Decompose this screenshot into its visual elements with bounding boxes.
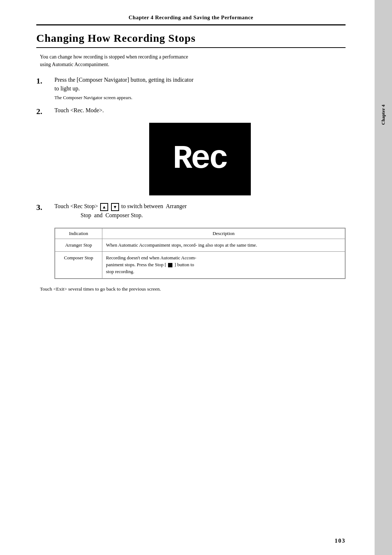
step-1-text: Press the [Composer Navigator] button, g… bbox=[54, 76, 346, 93]
page-number: 103 bbox=[335, 538, 346, 544]
step-3-number: 3. bbox=[36, 202, 54, 212]
table-cell-composer-description: Recording doesn't end when Automatic Acc… bbox=[102, 252, 345, 279]
page-title: Changing How Recording Stops bbox=[36, 32, 346, 48]
step-3: 3. Touch <Rec Stop> ▲ ▼ to switch betwee… bbox=[36, 202, 346, 221]
chapter-divider bbox=[36, 24, 346, 25]
intro-text: You can change how recording is stopped … bbox=[40, 53, 346, 68]
step-2: 2. Touch <Rec. Mode>. bbox=[36, 106, 346, 116]
down-arrow-icon: ▼ bbox=[111, 203, 119, 211]
table-row-composer: Composer Stop Recording doesn't end when… bbox=[55, 252, 345, 279]
table-cell-arranger-indication: Arranger Stop bbox=[55, 239, 102, 252]
step-3-text: Touch <Rec Stop> ▲ ▼ to switch between A… bbox=[54, 202, 346, 219]
step-1-sub: The Composer Navigator screen appears. bbox=[54, 94, 346, 101]
step-1: 1. Press the [Composer Navigator] button… bbox=[36, 76, 346, 101]
table-header-indication: Indication bbox=[55, 228, 102, 239]
step-1-number: 1. bbox=[36, 76, 54, 86]
rec-label: Rec bbox=[173, 143, 227, 175]
chapter-header: Chapter 4 Recording and Saving the Perfo… bbox=[36, 15, 346, 21]
side-tab-label: Chapter 4 bbox=[379, 102, 388, 128]
table-cell-arranger-description: When Automatic Accompaniment stops, reco… bbox=[102, 239, 345, 252]
table-header-description: Description bbox=[102, 228, 345, 239]
footer-note: Touch <Exit> several times to go back to… bbox=[40, 285, 346, 293]
rec-box: Rec bbox=[149, 123, 251, 195]
stop-icon bbox=[168, 263, 172, 267]
table-cell-composer-indication: Composer Stop bbox=[55, 252, 102, 279]
step-2-number: 2. bbox=[36, 106, 54, 116]
table-container: Indication Description Arranger Stop Whe… bbox=[54, 228, 346, 279]
side-tab: Chapter 4 bbox=[375, 0, 392, 555]
step-2-text: Touch <Rec. Mode>. bbox=[54, 106, 346, 115]
table-row-arranger: Arranger Stop When Automatic Accompanime… bbox=[55, 239, 345, 252]
rec-image-container: Rec bbox=[54, 123, 346, 195]
indication-table: Indication Description Arranger Stop Whe… bbox=[55, 228, 345, 279]
up-arrow-icon: ▲ bbox=[100, 203, 108, 211]
